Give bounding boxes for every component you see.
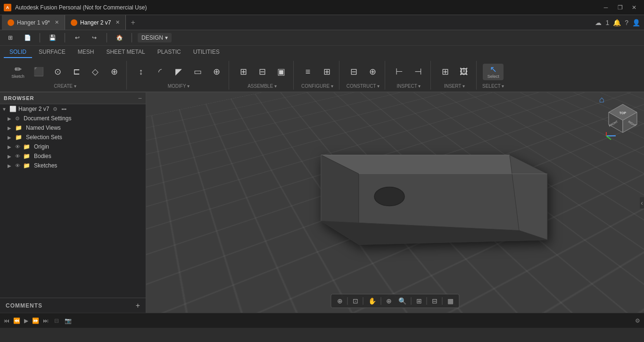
tab-utilities[interactable]: UTILITIES — [188, 47, 225, 58]
tab-mesh[interactable]: MESH — [72, 47, 100, 58]
eye-icon: 👁 — [15, 144, 20, 150]
assemble-items: ⊞ ⊟ ▣ — [235, 61, 289, 83]
browser-item-root[interactable]: ▼ ⬜ Hanger 2 v7 ⚙ ••• — [0, 104, 146, 114]
axis-button[interactable]: ⊕ — [364, 66, 381, 77]
separator — [363, 297, 363, 305]
move-button[interactable]: ⊕ — [106, 66, 123, 77]
eye-icon: 👁 — [15, 153, 20, 159]
comments-add-button[interactable]: + — [136, 301, 140, 310]
nav-cube[interactable]: ⌂ TOP FRONT RIGHT — [602, 97, 639, 135]
browser-item-named-views[interactable]: ▶ 📁 Named Views — [0, 123, 146, 133]
close-button[interactable]: ✕ — [628, 3, 640, 12]
undo-button[interactable]: ↩ — [71, 32, 84, 43]
modify-group: ↕ ◜ ◤ ▭ ⊕ MODIFY ▾ — [129, 61, 229, 90]
browser-item-doc-settings[interactable]: ▶ ⚙ Document Settings — [0, 114, 146, 123]
camera-icon: 📷 — [65, 317, 72, 324]
browser-item-origin[interactable]: ▶ 👁 📁 Origin — [0, 142, 146, 151]
shell-button[interactable]: ▭ — [189, 66, 206, 77]
vp-move-button[interactable]: ⊕ — [335, 296, 345, 306]
fillet-button[interactable]: ◜ — [151, 66, 168, 77]
grid-view-button[interactable]: ⊞ — [4, 32, 17, 43]
insert-mesh-button[interactable]: ⊞ — [437, 66, 454, 77]
select-button[interactable]: ↖ Select — [483, 64, 504, 80]
play-start-button[interactable]: ⏮ — [4, 317, 9, 324]
browser-item-label: Bodies — [34, 153, 51, 159]
tab-close-button[interactable]: ✕ — [55, 19, 59, 25]
timeline-area: ⊟ — [54, 317, 59, 324]
vp-zoom-in-button[interactable]: ⊕ — [384, 296, 394, 306]
press-pull-button[interactable]: ↕ — [132, 66, 149, 77]
help-icon[interactable]: ? — [625, 19, 628, 26]
toolbar-top: ⊞ 📄 💾 ↩ ↪ 🏠 DESIGN ▾ — [0, 30, 644, 46]
tab-close-button[interactable]: ✕ — [116, 19, 120, 25]
right-collapse-button[interactable]: ‹ — [640, 197, 644, 209]
new-tab-button[interactable]: + — [126, 18, 140, 27]
gear-icon[interactable]: ⚙ — [635, 317, 640, 324]
browser-collapse-button[interactable]: − — [138, 94, 142, 102]
arrow-icon: ▶ — [8, 116, 13, 121]
vp-zoom-button[interactable]: 🔍 — [396, 296, 408, 306]
vp-fit-button[interactable]: ⊡ — [351, 296, 360, 306]
viewport-toolbar: ⊕ ⊡ ✋ ⊕ 🔍 ⊞ ⊟ ▦ — [331, 294, 460, 308]
cloud-icon[interactable]: ☁ — [595, 19, 602, 26]
browser-item-sketches[interactable]: ▶ 👁 📁 Sketches — [0, 161, 146, 170]
create-group: ✏ Sketch ⬛ ⊙ ⊏ ◇ ⊕ CREATE ▾ — [4, 61, 127, 90]
notification-icon[interactable]: 🔔 — [613, 19, 621, 26]
save-button[interactable]: 💾 — [46, 32, 59, 43]
combine-button[interactable]: ⊕ — [208, 66, 225, 77]
vp-more-button[interactable]: ▦ — [446, 296, 455, 306]
vp-display-button[interactable]: ⊞ — [414, 296, 424, 306]
tab-plastic[interactable]: PLASTIC — [152, 47, 187, 58]
play-next-button[interactable]: ⏩ — [32, 317, 39, 324]
joint-button[interactable]: ⊟ — [254, 66, 271, 77]
joint-icon: ⊟ — [259, 67, 266, 76]
offset-plane-button[interactable]: ⊟ — [345, 66, 362, 77]
tab-hanger1[interactable]: Hanger 1 v9* ✕ — [2, 15, 65, 30]
extrude-button[interactable]: ⬛ — [30, 66, 47, 77]
inspect-more-button[interactable]: ⊣ — [410, 66, 427, 77]
vp-grid-button[interactable]: ⊟ — [430, 296, 439, 306]
tab-hanger2[interactable]: Hanger 2 v7 ✕ — [65, 15, 126, 30]
play-next-frame-button[interactable]: ▶ — [24, 317, 28, 324]
measure-button[interactable]: ⊢ — [391, 66, 408, 77]
tab-sheetmetal[interactable]: SHEET METAL — [100, 47, 150, 58]
sweep-icon: ⊏ — [73, 67, 80, 76]
browser-item-selection-sets[interactable]: ▶ 📁 Selection Sets — [0, 133, 146, 142]
play-end-button[interactable]: ⏭ — [43, 317, 49, 324]
comments-label: COMMENTS — [6, 302, 42, 309]
canvas-button[interactable]: 🖼 — [455, 66, 472, 77]
home-button[interactable]: 🏠 — [113, 32, 126, 43]
tab-solid[interactable]: SOLID — [4, 47, 32, 58]
sweep-button[interactable]: ⊏ — [68, 66, 85, 77]
user-icon[interactable]: 👤 — [632, 19, 640, 26]
revolve-button[interactable]: ⊙ — [49, 66, 66, 77]
revolve-icon: ⊙ — [54, 67, 61, 76]
viewport[interactable]: ⌂ TOP FRONT RIGHT ‹ — [146, 92, 644, 313]
component-icon: ⬜ — [9, 106, 17, 112]
chamfer-button[interactable]: ◤ — [170, 66, 187, 77]
model-state-button[interactable]: ≡ — [299, 66, 316, 77]
config-more-button[interactable]: ⊞ — [318, 66, 335, 77]
loft-button[interactable]: ◇ — [87, 66, 104, 77]
shell-icon: ▭ — [194, 67, 202, 76]
restore-button[interactable]: ❐ — [614, 3, 626, 12]
app-title: Autodesk Fusion Personal (Not for Commer… — [15, 4, 147, 11]
vp-pan-button[interactable]: ✋ — [366, 296, 378, 306]
tab-surface[interactable]: SURFACE — [33, 47, 71, 58]
minimize-button[interactable]: ─ — [600, 3, 612, 12]
arrow-icon: ▶ — [8, 154, 13, 159]
design-button[interactable]: DESIGN ▾ — [138, 33, 172, 42]
sketch-button[interactable]: ✏ Sketch — [8, 64, 28, 80]
assemble-group: ⊞ ⊟ ▣ ASSEMBLE ▾ — [231, 61, 294, 90]
browser-item-bodies[interactable]: ▶ 👁 📁 Bodies — [0, 151, 146, 161]
file-button[interactable]: 📄 — [21, 32, 34, 43]
redo-button[interactable]: ↪ — [88, 32, 101, 43]
separator — [381, 297, 381, 305]
arrow-icon: ▶ — [8, 135, 13, 140]
new-component-button[interactable]: ⊞ — [235, 66, 252, 77]
rigid-group-button[interactable]: ▣ — [272, 66, 289, 77]
extrude-icon: ⬛ — [33, 67, 44, 76]
arrow-icon: ▶ — [8, 125, 13, 131]
account-count[interactable]: 1 — [605, 19, 609, 26]
play-prev-button[interactable]: ⏪ — [13, 317, 20, 324]
